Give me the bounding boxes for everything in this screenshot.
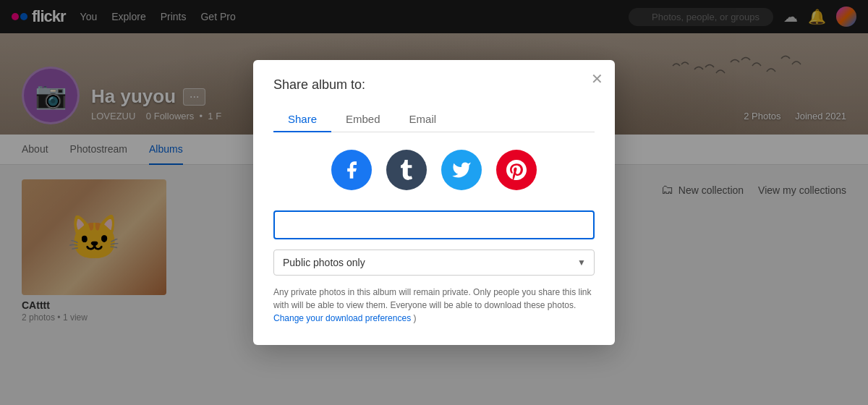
description-close-paren: ) bbox=[413, 313, 416, 323]
pinterest-share-button[interactable] bbox=[496, 150, 537, 190]
tumblr-icon bbox=[396, 160, 417, 180]
twitter-icon bbox=[451, 160, 472, 180]
modal-tab-embed[interactable]: Embed bbox=[331, 107, 395, 132]
facebook-icon bbox=[341, 160, 362, 180]
share-description: Any private photos in this album will re… bbox=[273, 286, 595, 325]
share-modal: Share album to: ✕ Share Embed Email http… bbox=[253, 60, 615, 345]
modal-overlay[interactable]: Share album to: ✕ Share Embed Email http… bbox=[0, 0, 868, 405]
tumblr-share-button[interactable] bbox=[386, 150, 427, 190]
share-url-input[interactable]: https://flic.kr/s/aHBqjzEnC7 bbox=[285, 219, 583, 231]
privacy-select-wrapper: Public photos only All photos ▼ bbox=[273, 250, 595, 276]
privacy-select[interactable]: Public photos only All photos bbox=[273, 250, 595, 276]
modal-tab-share[interactable]: Share bbox=[273, 107, 331, 132]
facebook-share-button[interactable] bbox=[331, 150, 372, 190]
share-url-wrapper: https://flic.kr/s/aHBqjzEnC7 bbox=[273, 210, 595, 239]
change-download-preferences-link[interactable]: Change your download preferences bbox=[273, 313, 411, 323]
modal-title: Share album to: bbox=[273, 77, 595, 93]
social-icons-row bbox=[273, 150, 595, 190]
modal-tabs: Share Embed Email bbox=[273, 107, 595, 132]
pinterest-icon bbox=[506, 160, 527, 180]
modal-tab-email[interactable]: Email bbox=[395, 107, 451, 132]
share-description-text: Any private photos in this album will re… bbox=[273, 287, 592, 310]
twitter-share-button[interactable] bbox=[441, 150, 482, 190]
modal-close-button[interactable]: ✕ bbox=[591, 72, 603, 86]
